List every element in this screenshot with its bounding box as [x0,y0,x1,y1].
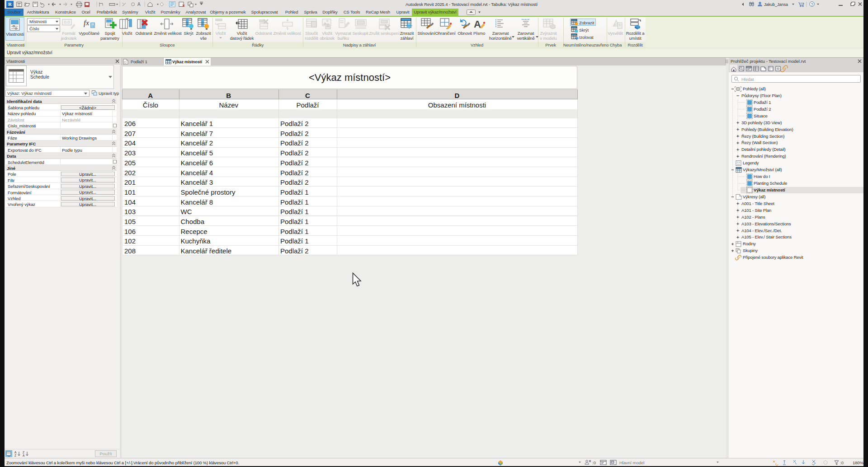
svg-text:Z: Z [23,451,24,454]
svg-text:?: ? [811,2,813,7]
svg-text:Hlavní model: Hlavní model [619,460,644,465]
svg-text:A: A [137,2,141,7]
svg-text:!: ! [615,21,617,28]
svg-text:Z: Z [14,454,16,457]
svg-text::0: :0 [592,460,596,465]
svg-text:Jakub_Jansa: Jakub_Jansa [764,2,788,7]
svg-text:fx: fx [84,19,90,27]
svg-text:A: A [14,451,17,454]
svg-text:A: A [23,454,25,457]
svg-text:0.0: 0.0 [64,20,70,24]
svg-text:R: R [8,1,12,7]
svg-text:A: A [474,19,481,30]
svg-text::0: :0 [840,460,844,465]
svg-text:180%: 180% [853,460,863,465]
